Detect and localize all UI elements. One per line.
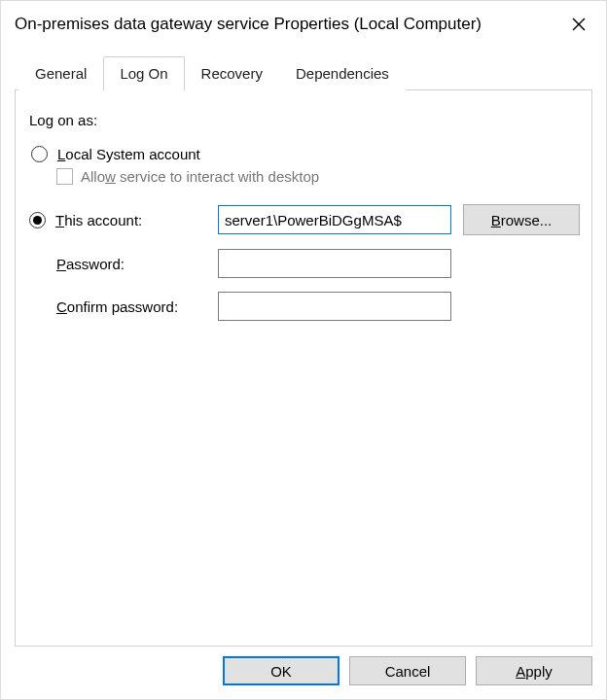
confirm-password-input[interactable] [218, 292, 451, 321]
checkbox-indicator [56, 168, 73, 185]
tab-dependencies[interactable]: Dependencies [279, 56, 406, 90]
apply-button[interactable]: Apply [476, 656, 592, 685]
browse-button[interactable]: Browse... [463, 204, 580, 235]
account-grid: This account: Browse... Password: Confir… [29, 204, 570, 321]
tab-general[interactable]: General [18, 56, 103, 90]
cancel-button[interactable]: Cancel [349, 656, 466, 685]
close-icon [572, 18, 586, 31]
titlebar: On-premises data gateway service Propert… [1, 1, 606, 46]
tab-recovery[interactable]: Recovery [185, 56, 279, 90]
checkbox-interact-desktop: Allow service to interact with desktop [56, 168, 570, 185]
tabpanel-logon: Log on as: Local System account Allow se… [15, 90, 592, 647]
close-button[interactable] [565, 11, 592, 38]
tab-logon[interactable]: Log On [103, 56, 184, 90]
password-label: Password: [29, 256, 206, 272]
radio-indicator [29, 212, 46, 228]
window-title: On-premises data gateway service Propert… [15, 15, 482, 34]
radio-this-account[interactable]: This account: [29, 212, 206, 228]
confirm-password-label: Confirm password: [29, 298, 206, 315]
radio-this-account-label: This account: [55, 212, 142, 228]
logon-as-label: Log on as: [29, 112, 570, 128]
radio-local-system-label: Local System account [57, 146, 200, 162]
radio-local-system[interactable]: Local System account [31, 146, 570, 162]
properties-dialog: On-premises data gateway service Propert… [0, 0, 607, 700]
checkbox-interact-label: Allow service to interact with desktop [81, 168, 319, 185]
radio-indicator [31, 146, 48, 162]
password-input[interactable] [218, 249, 451, 278]
account-name-input[interactable] [218, 205, 451, 234]
dialog-footer: OK Cancel Apply [15, 647, 592, 685]
ok-button[interactable]: OK [223, 656, 339, 685]
tabstrip: General Log On Recovery Dependencies [15, 55, 592, 90]
dialog-body: General Log On Recovery Dependencies Log… [1, 46, 606, 699]
